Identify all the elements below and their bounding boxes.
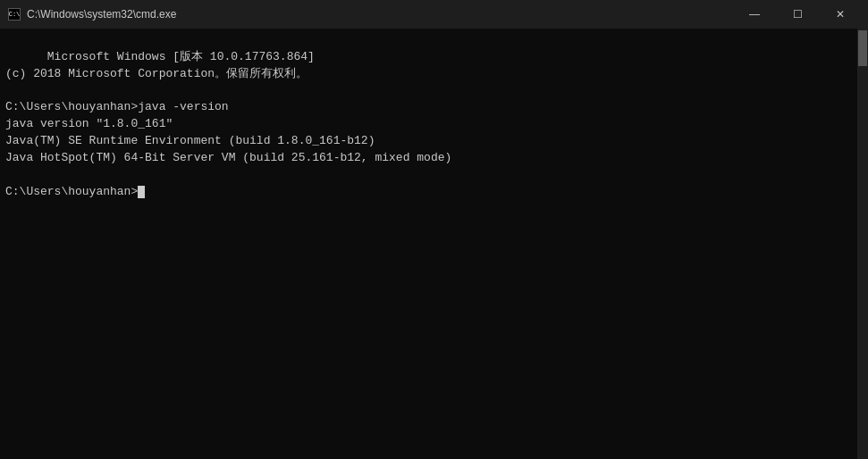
line-4: C:\Users\houyanhan>java -version bbox=[5, 100, 229, 113]
console-area[interactable]: Microsoft Windows [版本 10.0.17763.864] (c… bbox=[0, 29, 868, 459]
console-output: Microsoft Windows [版本 10.0.17763.864] (c… bbox=[5, 32, 863, 217]
line-5: java version "1.8.0_161" bbox=[5, 117, 173, 130]
line-6: Java(TM) SE Runtime Environment (build 1… bbox=[5, 134, 375, 147]
title-bar-text: C:\Windows\system32\cmd.exe bbox=[27, 8, 176, 21]
title-bar-left: C:\ C:\Windows\system32\cmd.exe bbox=[7, 7, 176, 21]
close-button[interactable]: ✕ bbox=[820, 0, 861, 29]
scrollbar[interactable] bbox=[857, 29, 868, 459]
line-7: Java HotSpot(TM) 64-Bit Server VM (build… bbox=[5, 151, 451, 164]
cursor bbox=[138, 186, 145, 198]
title-bar: C:\ C:\Windows\system32\cmd.exe — ☐ ✕ bbox=[0, 0, 868, 29]
maximize-button[interactable]: ☐ bbox=[777, 0, 818, 29]
line-2: (c) 2018 Microsoft Corporation。保留所有权利。 bbox=[5, 67, 308, 80]
minimize-button[interactable]: — bbox=[734, 0, 775, 29]
scrollbar-thumb[interactable] bbox=[858, 30, 867, 66]
cmd-window: C:\ C:\Windows\system32\cmd.exe — ☐ ✕ Mi… bbox=[0, 0, 868, 459]
line-1: Microsoft Windows [版本 10.0.17763.864] bbox=[47, 50, 315, 63]
title-bar-controls: — ☐ ✕ bbox=[734, 0, 861, 29]
cmd-icon: C:\ bbox=[7, 7, 21, 21]
line-9: C:\Users\houyanhan> bbox=[5, 185, 138, 198]
